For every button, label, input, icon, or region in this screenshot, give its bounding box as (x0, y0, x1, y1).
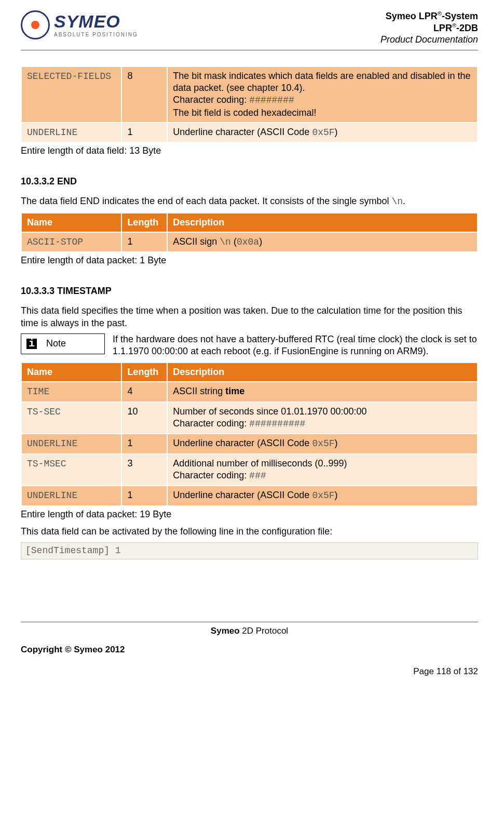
note-text: If the hardware does not have a battery-… (113, 333, 478, 358)
note-block: i Note If the hardware does not have a b… (21, 333, 478, 358)
section-heading-timestamp: 10.3.3.3 TIMESTAMP (21, 285, 478, 297)
config-intro: This data field can be activated by the … (21, 526, 478, 538)
section-intro: This data field specifies the time when … (21, 305, 478, 329)
table-row: UNDERLINE 1 Underline character (ASCII C… (21, 486, 478, 505)
header-titles: Symeo LPR®-System LPR®-2DB Product Docum… (380, 10, 478, 46)
table-row: SELECTED-FIELDS 8 The bit mask indicates… (21, 66, 478, 123)
note-icon-box: i Note (21, 333, 105, 354)
table-row: TS-SEC 10 Number of seconds since 01.01.… (21, 402, 478, 434)
table-footer-text: Entire length of data packet: 1 Byte (21, 255, 478, 266)
table-selected-fields: SELECTED-FIELDS 8 The bit mask indicates… (21, 66, 478, 143)
section-heading-end: 10.3.3.2 END (21, 176, 478, 188)
table-header-row: Name Length Description (21, 363, 478, 382)
section-intro: The data field END indicates the end of … (21, 195, 478, 208)
table-row: UNDERLINE 1 Underline character (ASCII C… (21, 123, 478, 142)
note-label: Note (46, 338, 66, 350)
table-header-row: Name Length Description (21, 213, 478, 232)
page-header: SYMEO ABSOLUTE POSITIONING Symeo LPR®-Sy… (21, 10, 478, 50)
table-row: UNDERLINE 1 Underline character (ASCII C… (21, 434, 478, 453)
table-footer-text: Entire length of data field: 13 Byte (21, 145, 478, 157)
table-timestamp: Name Length Description TIME 4 ASCII str… (21, 362, 478, 506)
table-row: TIME 4 ASCII string time (21, 382, 478, 401)
logo-icon (21, 10, 50, 39)
copyright: Copyright © Symeo 2012 (21, 644, 478, 655)
logo-text: SYMEO (54, 12, 138, 30)
table-row: ASCII-STOP 1 ASCII sign \n (0x0a) (21, 232, 478, 252)
table-end: Name Length Description ASCII-STOP 1 ASC… (21, 212, 478, 253)
page-footer: Symeo 2D Protocol Copyright © Symeo 2012… (21, 622, 478, 677)
config-code: [SendTimestamp] 1 (21, 542, 478, 559)
info-icon: i (26, 339, 37, 349)
page-number: Page 118 of 132 (21, 666, 478, 677)
table-footer-text: Entire length of data packet: 19 Byte (21, 508, 478, 520)
logo-subtext: ABSOLUTE POSITIONING (54, 31, 138, 38)
table-row: TS-MSEC 3 Additional number of milliseco… (21, 454, 478, 486)
logo: SYMEO ABSOLUTE POSITIONING (21, 10, 138, 39)
